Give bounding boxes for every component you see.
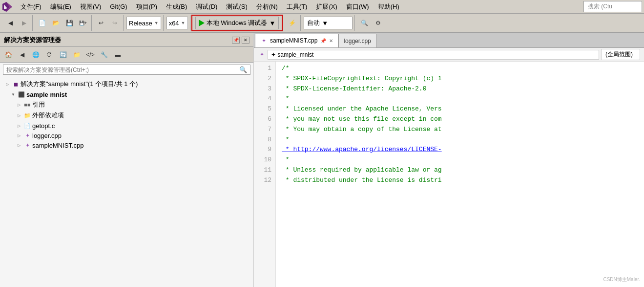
undo-redo-group: ↩ ↪: [93, 15, 124, 31]
ref-label: 引用: [32, 100, 45, 109]
menu-debug[interactable]: 调试(D): [192, 1, 221, 12]
tabs-bar: ✦ sampleMNIST.cpp 📌 ✕ logger.cpp: [254, 33, 644, 48]
extdep-expand-icon: ▷: [16, 112, 22, 119]
code-scope[interactable]: (全局范围): [601, 49, 640, 60]
tab-samplemnist-close[interactable]: 📌: [320, 38, 326, 44]
save-all-button[interactable]: 💾+: [77, 17, 89, 29]
tab-logger[interactable]: logger.cpp: [338, 34, 376, 47]
toolbar-sep-group: ⚡: [284, 15, 301, 31]
menu-search-box[interactable]: 搜索 (Ctu: [583, 1, 642, 12]
sample-item[interactable]: ▷ ✦ sampleMNIST.cpp: [0, 140, 253, 150]
code-line-4: *: [282, 94, 638, 104]
menu-extensions[interactable]: 扩展(X): [312, 1, 341, 12]
cpp-file-icon: ✦: [23, 132, 31, 139]
redo-button[interactable]: ↪: [108, 17, 121, 29]
folder-icon: 📁: [23, 111, 31, 119]
code-file-icon: ✦: [258, 51, 266, 59]
code-line-6: * you may not use this file except in co…: [282, 114, 638, 125]
solution-root-item[interactable]: ▷ ◼ 解决方案"sample mnist"(1 个项目/共 1 个): [0, 79, 253, 89]
code-line-10: *: [282, 155, 638, 165]
sidebar-window-button[interactable]: ▬: [111, 48, 124, 61]
menu-help[interactable]: 帮助(H): [374, 1, 403, 12]
file-toolbar-group: 📄 📂 💾 💾+: [34, 15, 92, 31]
play-icon: [199, 20, 205, 26]
c-file-icon: 📄: [23, 122, 31, 130]
toolbar: ◀ ▶ 📄 📂 💾 💾+ ↩ ↪ Release ▼ x64 ▼ 本地 Wind…: [0, 14, 644, 33]
logger-label: logger.cpp: [32, 132, 62, 139]
code-area: ✦ sampleMNIST.cpp 📌 ✕ logger.cpp ✦ ✦ sam…: [254, 33, 644, 287]
sample-file-icon: ✦: [23, 141, 31, 149]
debug-section: 本地 Windows 调试器 ▼: [191, 15, 283, 31]
sidebar-search-input[interactable]: [6, 66, 237, 73]
line-num-3: 3: [258, 84, 271, 94]
config-dropdown[interactable]: Release ▼: [126, 17, 161, 29]
right-toolbar-group: 🔍 ⚙: [356, 15, 386, 31]
menu-window[interactable]: 窗口(W): [342, 1, 373, 12]
platform-dropdown[interactable]: x64 ▼: [166, 17, 188, 29]
ref-item[interactable]: ▷ ■■ 引用: [0, 99, 253, 110]
line-num-12: 12: [258, 176, 271, 186]
project-expand-icon: ▼: [10, 91, 17, 98]
debug-dropdown[interactable]: 本地 Windows 调试器 ▼: [195, 17, 279, 29]
code-content[interactable]: /* * SPDX-FileCopyrightText: Copyright (…: [276, 62, 644, 287]
undo-button[interactable]: ↩: [95, 17, 107, 29]
extdep-item[interactable]: ▷ 📁 外部依赖项: [0, 110, 253, 121]
menu-project[interactable]: 项目(P): [132, 1, 161, 12]
sidebar-home-button[interactable]: 🏠: [2, 48, 15, 61]
code-line-7: * You may obtain a copy of the License a…: [282, 125, 638, 135]
project-icon: ⬛: [18, 90, 25, 98]
solution-expand-icon: ▷: [4, 81, 11, 88]
sidebar-title: 解决方案资源管理器: [4, 36, 230, 44]
open-button[interactable]: 📂: [49, 17, 62, 29]
menu-view[interactable]: 视图(V): [76, 1, 105, 12]
sidebar-collapse-button[interactable]: 📁: [70, 48, 83, 61]
code-selector[interactable]: ✦ sample_mnist: [268, 50, 599, 60]
auto-dropdown[interactable]: 自动 ▼: [304, 17, 353, 29]
menu-tools[interactable]: 工具(T): [283, 1, 312, 12]
menu-test[interactable]: 测试(S): [222, 1, 251, 12]
back-button[interactable]: ◀: [4, 17, 17, 29]
sidebar-close-button[interactable]: ✕: [242, 37, 249, 44]
sidebar-refresh-button[interactable]: 🔄: [57, 48, 69, 61]
sidebar-clock-button[interactable]: ⏱: [43, 48, 56, 61]
auto-group: 自动 ▼: [302, 15, 355, 31]
menu-build[interactable]: 生成(B): [162, 1, 191, 12]
line-num-6: 6: [258, 114, 271, 125]
menu-edit[interactable]: 编辑(E): [46, 1, 75, 12]
toolbar-icon3[interactable]: ⚙: [372, 17, 384, 29]
sidebar-settings-button[interactable]: 🔧: [98, 48, 110, 61]
sidebar-code-button[interactable]: </>: [84, 48, 97, 61]
sample-expand-icon: ▷: [16, 142, 22, 149]
platform-group: x64 ▼: [165, 15, 190, 31]
platform-label: x64: [169, 20, 179, 27]
line-num-9: 9: [258, 145, 271, 155]
menu-file[interactable]: 文件(F): [17, 1, 45, 12]
sidebar-back-button[interactable]: ◀: [16, 48, 28, 61]
save-button[interactable]: 💾: [63, 17, 76, 29]
sidebar-pin-button[interactable]: 📌: [232, 37, 240, 44]
code-line-8: *: [282, 135, 638, 145]
code-line-11: * Unless required by applicable law or a…: [282, 165, 638, 176]
logger-item[interactable]: ▷ ✦ logger.cpp: [0, 131, 253, 140]
toolbar-icon2[interactable]: 🔍: [358, 17, 371, 29]
tab-samplemnist-x[interactable]: ✕: [329, 38, 333, 44]
project-label: sample mnist: [26, 91, 67, 98]
config-label: Release: [129, 20, 152, 27]
debug-arrow-icon: ▼: [269, 20, 275, 27]
sidebar-toolbar: 🏠 ◀ 🌐 ⏱ 🔄 📁 </> 🔧 ▬: [0, 47, 253, 63]
project-item[interactable]: ▼ ⬛ sample mnist: [0, 89, 253, 99]
sidebar-globe-button[interactable]: 🌐: [29, 48, 42, 61]
getopt-item[interactable]: ▷ 📄 getopt.c: [0, 121, 253, 131]
forward-button[interactable]: ▶: [18, 17, 30, 29]
config-arrow-icon: ▼: [154, 21, 159, 25]
getopt-label: getopt.c: [32, 122, 55, 130]
extdep-label: 外部依赖项: [32, 111, 64, 120]
search-icon: 🔍: [239, 66, 247, 73]
toolbar-icon1[interactable]: ⚡: [286, 17, 298, 29]
menu-git[interactable]: Git(G): [106, 2, 131, 11]
menu-analyze[interactable]: 分析(N): [252, 1, 282, 12]
new-button[interactable]: 📄: [36, 17, 48, 29]
platform-arrow-icon: ▼: [181, 21, 186, 25]
line-num-8: 8: [258, 135, 271, 145]
tab-samplemnist[interactable]: ✦ sampleMNIST.cpp 📌 ✕: [255, 34, 338, 47]
